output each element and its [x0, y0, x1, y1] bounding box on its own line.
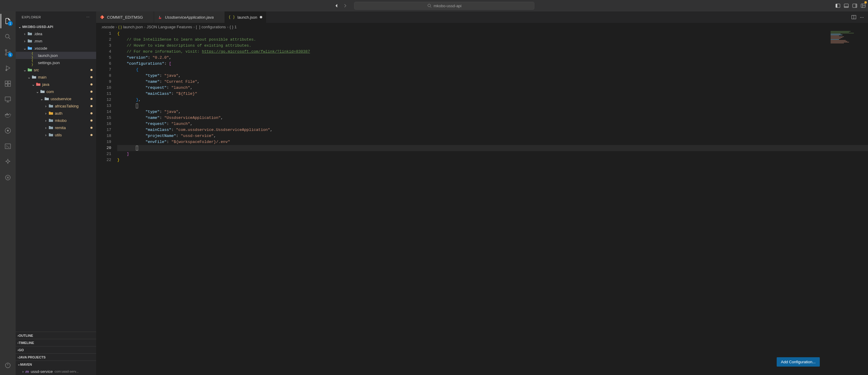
tab-label: launch.json [238, 15, 257, 20]
svg-point-9 [5, 50, 7, 51]
tree-label: settings.json [38, 61, 93, 65]
nav-back-button[interactable] [334, 3, 340, 9]
editor-tab[interactable]: COMMIT_EDITMSG [96, 11, 154, 23]
power-icon [4, 362, 11, 369]
svg-point-8 [5, 34, 9, 38]
tree-item[interactable]: ⌄ java [16, 81, 96, 88]
breadcrumb-item[interactable]: configurations [201, 25, 226, 29]
docker-icon [4, 111, 11, 118]
tree-item[interactable]: › .idea [16, 30, 96, 37]
breadcrumb-item[interactable]: JSON Language Features [147, 25, 192, 29]
tree-item[interactable]: ⌄ ussdservice [16, 95, 96, 102]
sidebar-more-icon[interactable]: ⋯ [86, 15, 90, 19]
breadcrumb-item[interactable]: 1 [235, 25, 237, 29]
file-icon [48, 104, 54, 108]
tree-label: utils [55, 133, 90, 137]
modified-dot-icon [90, 105, 93, 107]
chevron-right-icon: › [116, 25, 117, 29]
split-editor-icon[interactable] [851, 15, 856, 20]
customize-layout-icon[interactable] [861, 3, 866, 8]
tree-label: ussdservice [51, 97, 90, 101]
svg-rect-17 [5, 97, 10, 101]
chevron-icon: ⌄ [22, 46, 27, 50]
debug-icon [4, 64, 11, 72]
activity-extensions[interactable] [1, 76, 15, 91]
tree-item[interactable]: ⌄ com [16, 88, 96, 95]
file-icon: { } [31, 52, 37, 59]
search-icon [4, 33, 11, 40]
editor-tab[interactable]: { }launch.json [225, 11, 266, 23]
file-icon [48, 125, 54, 130]
timeline-section[interactable]: ›TIMELINE [16, 339, 96, 346]
activity-bar: 1 5 [0, 11, 16, 375]
activity-run-debug[interactable] [1, 61, 15, 75]
breadcrumb-item[interactable]: .vscode [101, 25, 115, 29]
svg-point-0 [428, 4, 430, 7]
tree-item[interactable]: { } settings.json [16, 59, 96, 66]
editor-area: COMMIT_EDITMSG UssdserviceApplication.ja… [96, 11, 868, 375]
outline-section[interactable]: ›OUTLINE [16, 332, 96, 339]
nav-forward-button[interactable] [342, 3, 348, 9]
remote-explorer-icon [4, 96, 11, 103]
workspace-name: MKOBO-USSD-API [22, 25, 53, 29]
tree-item[interactable]: ⌄ main [16, 73, 96, 81]
modified-dot-icon [90, 83, 93, 86]
activity-github[interactable] [1, 155, 15, 169]
svg-point-23 [7, 130, 9, 132]
chevron-icon: › [22, 32, 27, 36]
add-configuration-button[interactable]: Add Configuration... [777, 357, 820, 367]
git-icon [100, 15, 104, 20]
tab-label: COMMIT_EDITMSG [107, 15, 143, 20]
toggle-primary-sidebar-icon[interactable] [835, 3, 840, 8]
maven-project-name: ussd-service [31, 369, 53, 374]
maven-project-item[interactable]: › m ussd-service com:ussd-serv... [16, 368, 96, 375]
code-content[interactable]: { // Use IntelliSense to learn about pos… [117, 31, 868, 375]
tree-item[interactable]: › auth [16, 109, 96, 117]
sparkle-icon [4, 158, 11, 166]
tree-item[interactable]: ⌄ src [16, 66, 96, 73]
toggle-panel-icon[interactable] [844, 3, 849, 8]
maven-icon: m [25, 369, 29, 374]
activity-source-control[interactable]: 5 [1, 45, 15, 60]
explorer-sidebar: EXPLORER ⋯ ⌄ MKOBO-USSD-API › .idea › .m… [16, 11, 96, 375]
activity-database[interactable] [1, 170, 15, 185]
tree-item[interactable]: ⌄ .vscode [16, 44, 96, 52]
file-icon [40, 89, 45, 94]
tree-label: src [34, 68, 90, 72]
json-icon: { } [228, 15, 235, 19]
tree-label: main [38, 75, 90, 79]
activity-remote[interactable] [1, 92, 15, 106]
text-editor[interactable]: 12345678910111213141516171819202122 { //… [96, 31, 868, 375]
tree-label: .vscode [34, 46, 93, 50]
command-center-search[interactable]: mkobo-ussd-api [354, 2, 534, 10]
java-projects-section[interactable]: ›JAVA PROJECTS [16, 353, 96, 361]
workspace-header[interactable]: ⌄ MKOBO-USSD-API [16, 24, 96, 30]
breadcrumb-item[interactable]: launch.json [123, 25, 143, 29]
tree-item[interactable]: { } launch.json [16, 52, 96, 59]
tree-item[interactable]: › mkobo [16, 117, 96, 124]
activity-docker[interactable] [1, 108, 15, 122]
file-icon [44, 96, 50, 101]
activity-explorer[interactable]: 1 [1, 14, 15, 28]
tree-item[interactable]: › utils [16, 131, 96, 138]
activity-power[interactable] [1, 358, 15, 373]
tab-more-icon[interactable]: ⋯ [860, 15, 864, 20]
activity-terminal[interactable] [1, 139, 15, 154]
toggle-secondary-sidebar-icon[interactable] [852, 3, 857, 8]
editor-tab[interactable]: UssdserviceApplication.java [154, 11, 225, 23]
tree-item[interactable]: › africasTalking [16, 102, 96, 109]
chevron-icon: ⌄ [31, 82, 36, 87]
maven-section[interactable]: ⌄MAVEN [16, 361, 96, 368]
update-indicator-icon [864, 1, 867, 4]
activity-gitlens[interactable] [1, 124, 15, 138]
chevron-icon: › [43, 104, 48, 108]
gitlens-icon [4, 127, 11, 134]
go-section[interactable]: ›GO [16, 346, 96, 353]
activity-search[interactable] [1, 30, 15, 44]
breadcrumbs[interactable]: .vscode › { } launch.json › JSON Languag… [96, 23, 868, 31]
extensions-icon [4, 80, 11, 87]
tree-item[interactable]: › remita [16, 124, 96, 131]
svg-point-10 [5, 54, 7, 56]
tree-item[interactable]: › .mvn [16, 37, 96, 44]
modified-dot-icon [90, 120, 93, 122]
